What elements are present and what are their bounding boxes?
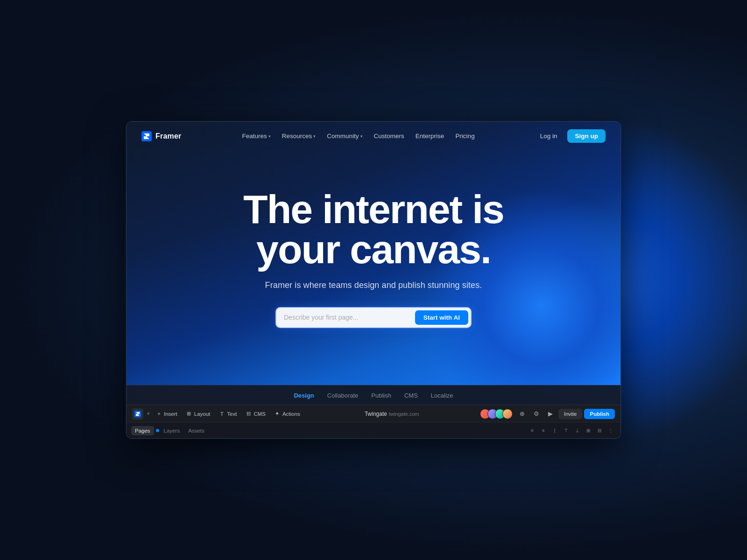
assets-tab[interactable]: Assets bbox=[184, 426, 208, 435]
editor-logo[interactable] bbox=[132, 408, 143, 420]
publish-button[interactable]: Publish bbox=[584, 409, 615, 419]
toolbar-center: Twingate twingate.com bbox=[305, 411, 479, 417]
chevron-down-icon: ▾ bbox=[268, 134, 271, 139]
actions-icon: ✦ bbox=[274, 411, 281, 417]
hero-section: Framer Features ▾ Resources ▾ Community … bbox=[127, 122, 620, 385]
site-name: Twingate bbox=[365, 411, 387, 417]
toolbar-right: ⊕ ⚙ ▶ Invite Publish bbox=[480, 408, 615, 420]
align-bottom-button[interactable]: ⊞ bbox=[583, 426, 593, 436]
tab-localize[interactable]: Localize bbox=[431, 392, 453, 399]
invite-button[interactable]: Invite bbox=[558, 409, 583, 419]
plus-circle-icon: ⊕ bbox=[520, 410, 525, 417]
pages-notification-dot bbox=[156, 429, 159, 432]
toolbar-layout[interactable]: ⊞ Layout bbox=[182, 409, 214, 419]
toolbar-insert[interactable]: ＋ Insert bbox=[152, 409, 181, 419]
toolbar-text[interactable]: T Text bbox=[215, 409, 240, 419]
chevron-down-icon: ▾ bbox=[360, 134, 363, 139]
nav-pricing[interactable]: Pricing bbox=[451, 130, 479, 142]
site-url: twingate.com bbox=[389, 411, 419, 417]
search-input[interactable] bbox=[284, 311, 415, 324]
feature-tabs: Design Collaborate Publish CMS Localize bbox=[127, 385, 620, 405]
nav-features[interactable]: Features ▾ bbox=[238, 130, 275, 142]
settings-button[interactable]: ⚙ bbox=[530, 408, 543, 420]
add-collaborator-button[interactable]: ⊕ bbox=[516, 408, 529, 420]
avatar-4 bbox=[502, 409, 513, 419]
pages-right-controls: ≡ ≡ | ⊤ ⊥ ⊞ ⊟ ⋮ bbox=[527, 426, 616, 436]
nav-enterprise[interactable]: Enterprise bbox=[411, 130, 449, 142]
navbar: Framer Features ▾ Resources ▾ Community … bbox=[127, 122, 620, 150]
nav-logo[interactable]: Framer bbox=[141, 131, 181, 141]
nav-links: Features ▾ Resources ▾ Community ▾ Custo… bbox=[238, 130, 479, 142]
logo-text: Framer bbox=[155, 132, 181, 140]
nav-actions: Log in Sign up bbox=[536, 129, 606, 143]
gear-icon: ⚙ bbox=[534, 410, 539, 417]
toolbar-cms[interactable]: ⊟ CMS bbox=[241, 409, 269, 419]
text-icon: T bbox=[218, 411, 225, 417]
play-icon: ▶ bbox=[548, 410, 553, 417]
login-button[interactable]: Log in bbox=[536, 130, 562, 142]
cms-icon: ⊟ bbox=[245, 411, 252, 417]
nav-resources[interactable]: Resources ▾ bbox=[277, 130, 321, 142]
avatar-group bbox=[480, 409, 513, 419]
layers-tab[interactable]: Layers bbox=[160, 426, 184, 435]
distribute-h-button[interactable]: ⊟ bbox=[594, 426, 605, 436]
layout-icon: ⊞ bbox=[186, 411, 192, 417]
nav-customers[interactable]: Customers bbox=[369, 130, 409, 142]
toolbar-actions[interactable]: ✦ Actions bbox=[270, 409, 304, 419]
signup-button[interactable]: Sign up bbox=[567, 129, 606, 143]
pages-tab[interactable]: Pages bbox=[131, 426, 154, 435]
start-with-ai-button[interactable]: Start with AI bbox=[415, 310, 468, 325]
tab-design[interactable]: Design bbox=[294, 392, 314, 399]
align-middle-button[interactable]: ⊥ bbox=[572, 426, 582, 436]
browser-window: Framer Features ▾ Resources ▾ Community … bbox=[126, 121, 621, 439]
tab-cms[interactable]: CMS bbox=[404, 392, 418, 399]
hero-title: The internet is your canvas. bbox=[243, 189, 504, 269]
tab-publish[interactable]: Publish bbox=[371, 392, 391, 399]
tab-collaborate[interactable]: Collaborate bbox=[327, 392, 359, 399]
framer-logo-icon bbox=[141, 131, 152, 141]
distribute-v-button[interactable]: ⋮ bbox=[606, 426, 616, 436]
hero-subtitle: Framer is where teams design and publish… bbox=[265, 280, 482, 290]
align-center-button[interactable]: ≡ bbox=[538, 426, 549, 436]
align-top-button[interactable]: ⊤ bbox=[561, 426, 571, 436]
nav-community[interactable]: Community ▾ bbox=[322, 130, 367, 142]
hero-content: The internet is your canvas. Framer is w… bbox=[127, 150, 620, 385]
plus-icon: ＋ bbox=[155, 411, 162, 417]
pages-toolbar: Pages Layers Assets ≡ ≡ | ⊤ ⊥ ⊞ ⊟ ⋮ bbox=[127, 422, 620, 438]
align-right-button[interactable]: | bbox=[550, 426, 560, 436]
chevron-down-icon: ▾ bbox=[313, 134, 316, 139]
align-left-button[interactable]: ≡ bbox=[527, 426, 537, 436]
preview-play-button[interactable]: ▶ bbox=[544, 408, 557, 420]
editor-toolbar: ▾ ＋ Insert ⊞ Layout T Text ⊟ CMS ✦ Actio… bbox=[127, 405, 620, 422]
search-bar: Start with AI bbox=[275, 307, 472, 328]
